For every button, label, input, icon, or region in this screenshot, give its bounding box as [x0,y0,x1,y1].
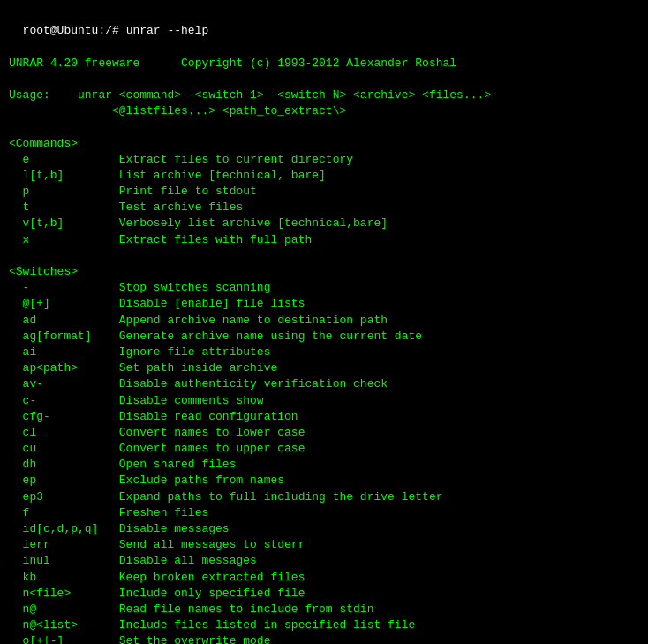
sw-id: id[c,d,p,q] Disable messages [9,522,230,535]
commands-header: <Commands> [9,137,78,150]
sw-cfg: cfg- Disable read configuration [9,410,298,423]
sw-at: @[+] Disable [enable] file lists [9,297,305,310]
cmd-v: v[t,b] Verbosely list archive [technical… [9,216,388,230]
sw-f: f Freshen files [9,506,208,519]
switches-header: <Switches> [9,265,78,278]
sw-ad: ad Append archive name to destination pa… [9,314,388,327]
usage-line-2: <@listfiles...> <path_to_extract\> [9,104,346,117]
cmd-l: l[t,b] List archive [technical, bare] [9,169,326,182]
cmd-e: e Extract files to current directory [9,153,353,166]
sw-nat: n@ Read file names to include from stdin [9,602,373,616]
sw-kb: kb Keep broken extracted files [9,571,305,584]
header-line: UNRAR 4.20 freeware Copyright (c) 1993-2… [9,57,456,70]
cmd-p: p Print file to stdout [9,185,257,198]
sw-c: c- Disable comments show [9,394,264,407]
sw-dh: dh Open shared files [9,458,236,471]
cmd-x: x Extract files with full path [9,233,312,246]
sw-ag: ag[format] Generate archive name using t… [9,330,422,343]
sw-o: o[+|-] Set the overwrite mode [9,634,270,644]
sw-cl: cl Convert names to lower case [9,426,305,439]
sw-inul: inul Disable all messages [9,554,257,567]
sw-ierr: ierr Send all messages to stderr [9,538,305,551]
sw-ep: ep Exclude paths from names [9,474,284,487]
sw-nfile: n<file> Include only specified file [9,587,305,600]
sw-ep3: ep3 Expand paths to full including the d… [9,490,442,504]
prompt-line: root@Ubuntu:/# unrar --help [23,24,209,37]
sw-ai: ai Ignore file attributes [9,345,270,359]
sw-nlist: n@<list> Include files listed in specifi… [9,618,415,632]
sw-ap: ap<path> Set path inside archive [9,361,277,375]
cmd-t: t Test archive files [9,201,243,214]
sw-av: av- Disable authenticity verification ch… [9,377,388,390]
sw-cu: cu Convert names to upper case [9,442,305,455]
sw-dash: - Stop switches scanning [9,281,270,294]
terminal-window: root@Ubuntu:/# unrar --help UNRAR 4.20 f… [9,7,639,644]
usage-line-1: Usage: unrar <command> -<switch 1> -<swi… [9,88,491,102]
